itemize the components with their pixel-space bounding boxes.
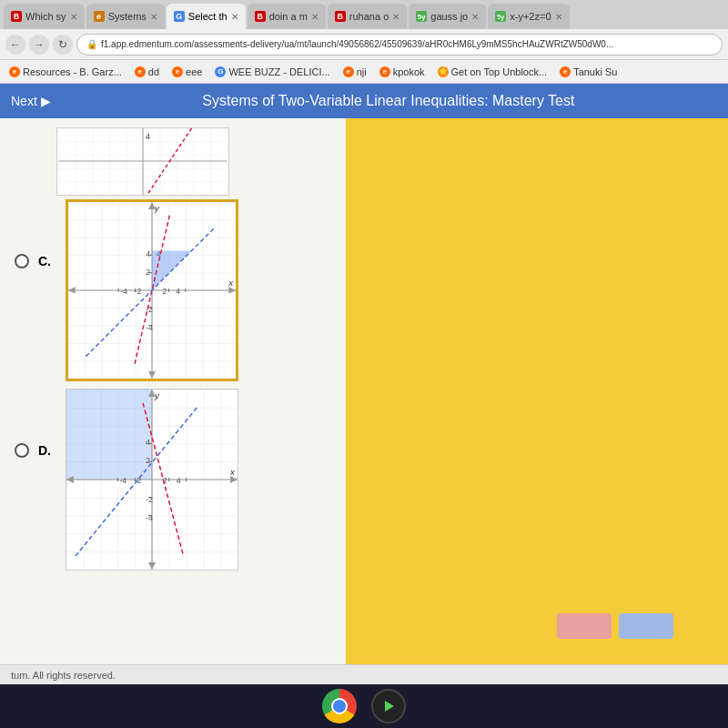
forward-button[interactable]: → bbox=[29, 35, 49, 55]
option-c-label: C. bbox=[38, 254, 56, 268]
option-c-row: C. bbox=[15, 199, 713, 381]
chrome-taskbar-icon[interactable] bbox=[322, 689, 357, 723]
svg-text:-4: -4 bbox=[120, 287, 127, 296]
lock-icon: 🔒 bbox=[86, 39, 97, 49]
footer: tum. All rights reserved. bbox=[0, 664, 728, 684]
reload-button[interactable]: ↻ bbox=[53, 35, 73, 55]
tab-close-5[interactable]: ✕ bbox=[392, 12, 399, 22]
bookmark-icon-nji: e bbox=[343, 66, 354, 77]
bookmark-icon-dd: e bbox=[135, 66, 146, 77]
graph-c-svg: y x 4 2 4 -4 -2 2 4 -2 -4 bbox=[68, 202, 236, 379]
tab-icon-2: e bbox=[94, 11, 105, 22]
page-header: Next ▶ Systems of Two-Variable Linear In… bbox=[0, 84, 728, 118]
tab-close-6[interactable]: ✕ bbox=[471, 12, 479, 22]
tab-close-1[interactable]: ✕ bbox=[70, 12, 77, 22]
tab-close-4[interactable]: ✕ bbox=[311, 12, 318, 22]
bookmark-tanuki[interactable]: e Tanuki Su bbox=[556, 66, 621, 78]
content-area: 4 C. bbox=[0, 118, 728, 594]
graph-d: y x 4 2 -4 -2 2 4 -2 -4 bbox=[66, 389, 238, 571]
partial-graph-b: 4 bbox=[56, 127, 229, 196]
main-content: 4 C. bbox=[0, 118, 728, 664]
svg-marker-40 bbox=[66, 389, 152, 480]
graph-d-svg: y x 4 2 -4 -2 2 4 -2 -4 bbox=[66, 389, 238, 570]
svg-text:-4: -4 bbox=[146, 513, 153, 522]
address-bar-row: ← → ↻ 🔒 f1.app.edmentum.com/assessments-… bbox=[0, 29, 728, 60]
bookmark-icon-kpokok: e bbox=[379, 66, 390, 77]
taskbar bbox=[0, 684, 728, 728]
answer-btn-pink[interactable] bbox=[557, 613, 612, 639]
address-input[interactable]: 🔒 f1.app.edmentum.com/assessments-delive… bbox=[76, 34, 723, 56]
svg-text:4: 4 bbox=[146, 438, 150, 447]
bookmarks-bar: e Resources - B. Garz... e dd e eee G WE… bbox=[0, 60, 728, 84]
svg-text:4: 4 bbox=[146, 249, 150, 258]
graph-c: y x 4 2 4 -4 -2 2 4 -2 -4 bbox=[66, 199, 238, 381]
tab-icon-4: B bbox=[255, 11, 266, 22]
radio-d[interactable] bbox=[15, 443, 29, 458]
svg-text:2: 2 bbox=[163, 287, 167, 296]
svg-text:2: 2 bbox=[146, 456, 150, 465]
answer-btn-blue[interactable] bbox=[619, 613, 673, 639]
play-icon-svg bbox=[379, 697, 398, 715]
bookmark-eee[interactable]: e eee bbox=[168, 66, 206, 78]
svg-text:-2: -2 bbox=[146, 495, 153, 504]
next-button[interactable]: Next ▶ bbox=[11, 94, 51, 108]
svg-text:4: 4 bbox=[146, 132, 150, 141]
bookmark-icon-gettop: ⭐ bbox=[438, 66, 449, 77]
bookmark-icon-resources: e bbox=[9, 66, 20, 77]
tab-ruhana[interactable]: B ruhana o ✕ bbox=[328, 4, 407, 29]
tab-icon-1: B bbox=[11, 11, 22, 22]
option-d-row: D. bbox=[15, 389, 713, 571]
tab-doin[interactable]: B doin a m ✕ bbox=[248, 4, 326, 29]
svg-text:-4: -4 bbox=[119, 476, 126, 485]
tab-icon-6: 5y bbox=[416, 11, 427, 22]
bookmark-gettop[interactable]: ⭐ Get on Top Unblock... bbox=[434, 66, 551, 78]
tab-systems[interactable]: e Systems ✕ bbox=[86, 4, 165, 29]
tab-gauss[interactable]: 5y gauss jo ✕ bbox=[409, 4, 486, 29]
tab-close-3[interactable]: ✕ bbox=[231, 12, 238, 22]
footer-text: tum. All rights reserved. bbox=[11, 670, 116, 681]
tab-which-sy[interactable]: B Which sy ✕ bbox=[4, 4, 85, 29]
tab-icon-3: G bbox=[174, 11, 185, 22]
bookmark-kpokok[interactable]: e kpokok bbox=[376, 66, 429, 78]
bookmark-dd[interactable]: e dd bbox=[131, 66, 163, 78]
bookmark-icon-wee: G bbox=[215, 66, 226, 77]
bookmark-wee[interactable]: G WEE BUZZ - DELICI... bbox=[211, 66, 333, 78]
bookmark-icon-eee: e bbox=[172, 66, 183, 77]
tab-close-2[interactable]: ✕ bbox=[150, 12, 157, 22]
tab-bar: B Which sy ✕ e Systems ✕ G Select th ✕ B… bbox=[0, 0, 728, 29]
back-button[interactable]: ← bbox=[5, 35, 25, 55]
play-taskbar-icon[interactable] bbox=[371, 689, 406, 723]
option-d-label: D. bbox=[38, 443, 56, 458]
svg-text:4: 4 bbox=[176, 287, 180, 296]
tab-xyz[interactable]: 5y x-y+2z=0 ✕ bbox=[488, 4, 569, 29]
answer-buttons bbox=[557, 613, 673, 639]
tab-icon-7: 5y bbox=[495, 11, 506, 22]
radio-c[interactable] bbox=[15, 254, 29, 268]
tab-select[interactable]: G Select th ✕ bbox=[167, 4, 246, 29]
tab-icon-5: B bbox=[335, 11, 346, 22]
bookmark-resources[interactable]: e Resources - B. Garz... bbox=[5, 66, 126, 78]
svg-text:-4: -4 bbox=[146, 323, 153, 332]
page-title: Systems of Two-Variable Linear Inequalit… bbox=[60, 93, 717, 109]
svg-text:4: 4 bbox=[177, 476, 181, 485]
tab-close-7[interactable]: ✕ bbox=[555, 12, 562, 22]
partial-graph-b-svg: 4 bbox=[57, 128, 228, 195]
svg-marker-67 bbox=[385, 701, 394, 712]
bookmark-nji[interactable]: e nji bbox=[339, 66, 370, 78]
browser-frame: B Which sy ✕ e Systems ✕ G Select th ✕ B… bbox=[0, 0, 728, 728]
svg-text:2: 2 bbox=[146, 268, 150, 277]
bookmark-icon-tanuki: e bbox=[560, 66, 571, 77]
